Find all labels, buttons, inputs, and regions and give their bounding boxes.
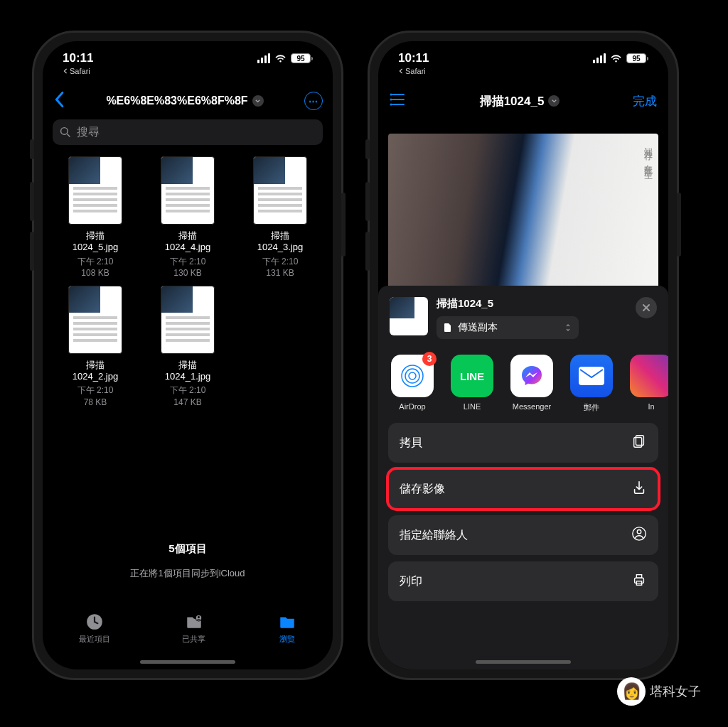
dynamic-island <box>481 48 566 72</box>
action-3[interactable]: 列印 <box>388 561 658 601</box>
share-app-messenger[interactable]: Messenger <box>509 355 555 413</box>
list-button[interactable] <box>390 92 407 109</box>
action-icon <box>631 433 647 452</box>
volume-down <box>365 232 370 271</box>
home-indicator[interactable] <box>140 660 235 664</box>
nav-bar: %E6%8E%83%E6%8F%8F ⋯ <box>43 85 333 117</box>
file-item[interactable]: 掃描1024_4.jpg 下午 2:10130 KB <box>145 156 230 279</box>
file-thumbnail <box>253 156 307 225</box>
app-icon <box>510 355 553 397</box>
share-app-郵件[interactable]: 郵件 <box>569 355 614 413</box>
share-app-line[interactable]: LINE LINE <box>449 355 495 413</box>
folder-icon <box>278 613 296 631</box>
tab-recents[interactable]: 最近項目 <box>79 613 110 669</box>
action-icon <box>631 480 647 498</box>
watermark-avatar: 👩 <box>617 677 646 706</box>
file-item[interactable]: 掃描1024_3.jpg 下午 2:10131 KB <box>237 156 323 279</box>
svg-point-0 <box>61 128 68 135</box>
more-button[interactable]: ⋯ <box>304 92 323 110</box>
app-icon <box>570 355 613 397</box>
tab-label: 瀏覽 <box>279 634 295 645</box>
svg-point-4 <box>390 94 392 96</box>
preview-text: 端共存、向死而生 <box>642 134 658 311</box>
power-button <box>341 193 346 257</box>
svg-point-14 <box>637 530 641 534</box>
search-icon <box>60 126 71 138</box>
selector-icon <box>564 323 572 333</box>
share-app-airdrop[interactable]: 3 AirDrop <box>390 355 435 413</box>
wifi-icon <box>610 54 622 63</box>
app-icon: 3 <box>391 355 434 397</box>
svg-rect-15 <box>635 578 644 583</box>
breadcrumb-safari[interactable]: Safari <box>63 67 93 75</box>
file-item[interactable]: 掃描1024_2.jpg 下午 2:1078 KB <box>53 286 138 408</box>
signal-icon <box>593 53 606 63</box>
status-time: 10:11 <box>63 51 93 65</box>
nav-title[interactable]: 掃描1024_5 <box>480 93 560 109</box>
side-button <box>30 139 34 159</box>
file-thumbnail <box>161 156 215 225</box>
dynamic-island <box>145 48 230 72</box>
sheet-options-button[interactable]: 傳送副本 <box>437 316 579 339</box>
nav-bar: 掃描1024_5 完成 <box>378 85 668 117</box>
watermark-text: 塔科女子 <box>650 683 701 700</box>
nav-title[interactable]: %E6%8E%83%E6%8F%8F <box>106 95 263 107</box>
close-button[interactable] <box>636 297 657 318</box>
done-button[interactable]: 完成 <box>633 93 657 109</box>
tab-label: 最近項目 <box>79 634 110 645</box>
app-label: Messenger <box>513 402 551 411</box>
battery-icon: 95 <box>291 53 313 63</box>
action-2[interactable]: 指定給聯絡人 <box>388 515 658 555</box>
chevron-down-icon <box>252 95 264 107</box>
share-sheet: 掃描1024_5 傳送副本 3 AirDropLINE LINE Messeng… <box>378 286 668 669</box>
share-apps-row[interactable]: 3 AirDropLINE LINE Messenger 郵件 In <box>378 339 668 423</box>
svg-point-8 <box>405 369 419 383</box>
phone-right: 10:11 Safari 95 掃描1024_5 <box>368 31 679 680</box>
volume-up <box>30 182 34 221</box>
breadcrumb-safari[interactable]: Safari <box>398 67 429 75</box>
sheet-option-label: 傳送副本 <box>458 321 498 334</box>
file-meta: 下午 2:10130 KB <box>170 256 206 279</box>
action-1[interactable]: 儲存影像 <box>388 469 658 509</box>
app-label: In <box>648 402 654 411</box>
back-button[interactable] <box>53 91 65 111</box>
wifi-icon <box>274 54 287 63</box>
file-meta: 下午 2:10131 KB <box>262 256 299 279</box>
search-field[interactable]: 搜尋 <box>53 119 323 145</box>
image-preview[interactable]: 端共存、向死而生 <box>388 134 658 311</box>
clock-icon <box>85 613 104 631</box>
status-time: 10:11 <box>398 51 429 65</box>
file-name: 掃描1024_2.jpg <box>73 360 118 383</box>
home-indicator[interactable] <box>476 660 571 664</box>
file-item[interactable]: 掃描1024_5.jpg 下午 2:10108 KB <box>53 156 138 279</box>
file-thumbnail <box>68 156 122 225</box>
signal-icon <box>257 53 270 63</box>
file-name: 掃描1024_3.jpg <box>257 230 303 254</box>
app-label: 郵件 <box>584 402 599 413</box>
side-button <box>365 139 370 159</box>
nav-title-text: %E6%8E%83%E6%8F%8F <box>106 95 247 107</box>
power-button <box>677 193 681 257</box>
file-item[interactable]: 掃描1024_1.jpg 下午 2:10147 KB <box>145 286 230 408</box>
tab-browse[interactable]: 瀏覽 <box>278 613 296 669</box>
phone-left: 10:11 Safari 95 %E6%8E%83%E6%8F%8F <box>32 31 343 680</box>
file-name: 掃描1024_4.jpg <box>165 230 210 254</box>
action-label: 拷貝 <box>400 436 422 451</box>
share-actions: 拷貝儲存影像指定給聯絡人列印 <box>378 423 668 601</box>
app-label: AirDrop <box>399 402 425 411</box>
action-label: 儲存影像 <box>400 482 445 497</box>
app-icon: LINE <box>451 355 493 397</box>
file-thumbnail <box>68 286 122 354</box>
item-count: 5個項目 <box>43 542 333 556</box>
tab-label: 已共享 <box>182 634 205 645</box>
file-name: 掃描1024_5.jpg <box>73 230 118 254</box>
svg-rect-16 <box>636 575 641 578</box>
file-meta: 下午 2:1078 KB <box>77 384 114 407</box>
badge: 3 <box>422 352 437 366</box>
share-app-in[interactable]: In <box>628 355 668 413</box>
sheet-thumbnail <box>390 297 428 335</box>
volume-down <box>30 232 34 271</box>
action-0[interactable]: 拷貝 <box>388 423 658 463</box>
file-grid: 掃描1024_5.jpg 下午 2:10108 KB 掃描1024_4.jpg … <box>53 156 323 408</box>
action-label: 指定給聯絡人 <box>400 528 468 543</box>
